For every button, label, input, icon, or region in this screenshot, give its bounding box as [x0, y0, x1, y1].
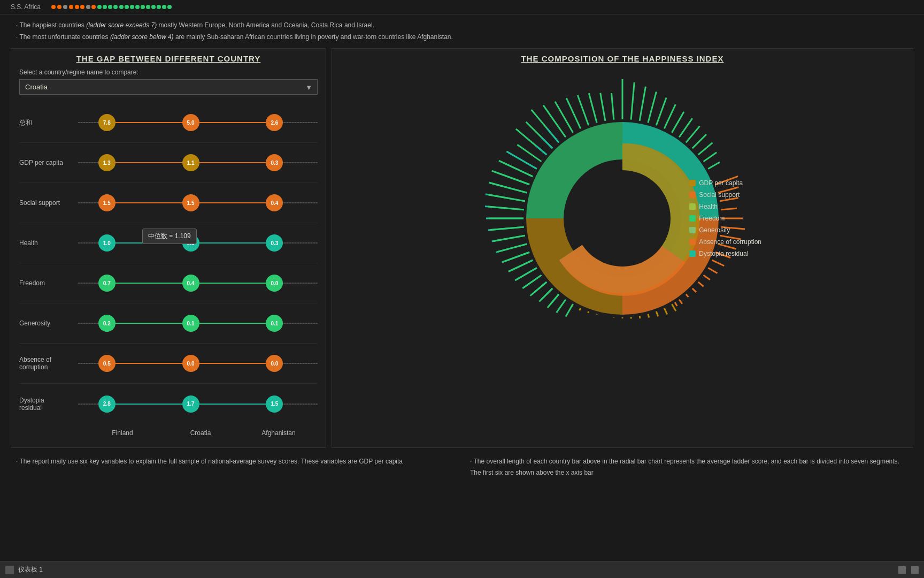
- legend-label-corruption: Absence of corruption: [699, 238, 761, 246]
- dot-gray-1: [63, 5, 67, 9]
- bottom-right-text: · The overall length of each country bar…: [470, 458, 899, 476]
- intro-line1: · The happiest countries (ladder score e…: [16, 20, 908, 32]
- dot-green-1: [97, 5, 102, 9]
- dot-green-7: [130, 5, 134, 9]
- legend-social: Social support: [689, 191, 761, 199]
- taskbar-label: 仪表板 1: [18, 565, 43, 574]
- metric-label-social: Social support: [19, 199, 78, 207]
- legend-label-gdp: GDP per capita: [699, 179, 743, 187]
- metric-row-generosity: Generosity 0.2 0.1 0.1: [19, 303, 318, 344]
- dot-afghanistan-health[interactable]: 0.3: [266, 234, 283, 252]
- dot-croatia-corruption[interactable]: 0.0: [182, 355, 199, 372]
- dot-croatia-freedom[interactable]: 0.4: [182, 275, 199, 292]
- tooltip-gdp: 中位数 = 1.109: [142, 229, 197, 244]
- dot-finland-generosity[interactable]: 0.2: [98, 315, 116, 332]
- dot-afghanistan-dystopia[interactable]: 1.5: [266, 396, 283, 413]
- metric-label-health: Health: [19, 239, 78, 247]
- select-label: Select a country/regine name to compare:: [19, 69, 318, 76]
- metric-row-corruption: Absence ofcorruption 0.5 0.0 0.0: [19, 344, 318, 384]
- dot-afghanistan-social[interactable]: 0.4: [266, 194, 283, 211]
- dot-green-9: [141, 5, 145, 9]
- intro-text: · The happiest countries (ladder score e…: [0, 14, 924, 48]
- bottom-text: · The report maily use six key variables…: [0, 448, 924, 486]
- dot-orange-6: [91, 5, 96, 9]
- bottom-left: · The report maily use six key variables…: [16, 456, 454, 478]
- dot-finland-dystopia[interactable]: 2.8: [98, 396, 116, 413]
- legend-dot-corruption: [689, 239, 696, 245]
- metric-label-freedom: Freedom: [19, 279, 78, 287]
- legend-label-generosity: Generosity: [699, 226, 730, 234]
- legend-dot-health: [689, 203, 696, 210]
- center-hole: [574, 170, 671, 267]
- dot-green-6: [125, 5, 129, 9]
- dot-croatia-social[interactable]: 1.5: [182, 194, 199, 211]
- dot-green-12: [157, 5, 161, 9]
- dot-track-freedom: 0.7 0.4 0.0: [78, 272, 318, 294]
- legend-dot-generosity: [689, 227, 696, 233]
- dot-gray-2: [86, 5, 90, 9]
- bottom-left-text: · The report maily use six key variables…: [16, 458, 403, 465]
- dot-orange-4: [75, 5, 79, 9]
- legend-dot-dystopia: [689, 250, 696, 257]
- metric-row-gdp: GDP per capita 1.3 1.1 0.3 中位数 = 1.109: [19, 143, 318, 183]
- legend-dot-social: [689, 192, 696, 198]
- country-select-wrapper: Croatia Finland Afghanistan Denmark Swit…: [19, 79, 318, 95]
- dot-finland-social[interactable]: 1.5: [98, 194, 116, 211]
- dot-track-health: 1.0 0.9 0.3: [78, 232, 318, 254]
- taskbar-right: [898, 566, 919, 574]
- dot-orange-2: [57, 5, 61, 9]
- dot-afghanistan-freedom[interactable]: 0.0: [266, 275, 283, 292]
- dot-green-11: [151, 5, 156, 9]
- dot-afghanistan-generosity[interactable]: 0.1: [266, 315, 283, 332]
- radial-chart-container: // This will be rendered via inline posi…: [473, 69, 772, 368]
- legend-label-dystopia: Dystopia residual: [699, 250, 748, 257]
- left-section-title: THE GAP BETWEEN DIFFERENT COUNTRY: [19, 54, 318, 63]
- bottom-right: · The overall length of each country bar…: [470, 456, 908, 478]
- dot-finland-corruption[interactable]: 0.5: [98, 355, 116, 372]
- dot-green-4: [113, 5, 118, 9]
- dots-container: [51, 5, 913, 9]
- legend-freedom: Freedom: [689, 215, 761, 222]
- metric-label-gdp: GDP per capita: [19, 159, 78, 166]
- metric-row-social: Social support 1.5 1.5 0.4: [19, 183, 318, 223]
- taskbar-app-icon: [5, 566, 14, 574]
- taskbar-maximize-btn[interactable]: [911, 566, 919, 574]
- metric-label-total: 总和: [19, 118, 78, 127]
- dot-croatia-total[interactable]: 5.0: [182, 114, 199, 131]
- legend-label-freedom: Freedom: [699, 215, 725, 222]
- dot-croatia-gdp[interactable]: 1.1: [182, 154, 199, 171]
- metric-label-dystopia: Dystopiaresidual: [19, 397, 78, 412]
- dot-green-3: [108, 5, 112, 9]
- dot-track-dystopia: 2.8 1.7 1.5: [78, 393, 318, 415]
- dot-croatia-generosity[interactable]: 0.1: [182, 315, 199, 332]
- dot-finland-gdp[interactable]: 1.3: [98, 154, 116, 171]
- dot-green-8: [135, 5, 140, 9]
- metric-label-generosity: Generosity: [19, 320, 78, 327]
- dot-green-10: [146, 5, 150, 9]
- country-select[interactable]: Croatia Finland Afghanistan Denmark Swit…: [19, 79, 318, 95]
- legend-label-social: Social support: [699, 191, 740, 199]
- metric-row-freedom: Freedom 0.7 0.4 0.0: [19, 263, 318, 303]
- taskbar-minimize-btn[interactable]: [898, 566, 906, 574]
- dot-green-14: [167, 5, 172, 9]
- dot-orange-3: [69, 5, 73, 9]
- dot-afghanistan-total[interactable]: 2.6: [266, 114, 283, 131]
- dot-finland-health[interactable]: 1.0: [98, 234, 116, 252]
- region-label: S.S. Africa: [11, 3, 41, 11]
- bar-b12: [580, 308, 581, 311]
- legend-dot-gdp: [689, 180, 696, 186]
- dot-green-5: [119, 5, 124, 9]
- dot-afghanistan-corruption[interactable]: 0.0: [266, 355, 283, 372]
- dot-finland-total[interactable]: 7.8: [98, 114, 116, 131]
- left-panel: THE GAP BETWEEN DIFFERENT COUNTRY Select…: [11, 48, 326, 448]
- metric-row-dystopia: Dystopiaresidual 2.8 1.7 1.5: [19, 384, 318, 424]
- metric-label-corruption: Absence ofcorruption: [19, 356, 78, 371]
- intro-line2: · The most unfortunate countries (ladder…: [16, 32, 908, 43]
- dot-croatia-dystopia[interactable]: 1.7: [182, 396, 199, 413]
- bar-b4: [648, 314, 649, 318]
- dot-afghanistan-gdp[interactable]: 0.3: [266, 154, 283, 171]
- dot-finland-freedom[interactable]: 0.7: [98, 275, 116, 292]
- main-content: THE GAP BETWEEN DIFFERENT COUNTRY Select…: [0, 48, 924, 448]
- legend-corruption: Absence of corruption: [689, 238, 761, 246]
- chart-area: 总和 7.8 5.0 2.6 GDP per capita 1.3 1.1: [19, 103, 318, 424]
